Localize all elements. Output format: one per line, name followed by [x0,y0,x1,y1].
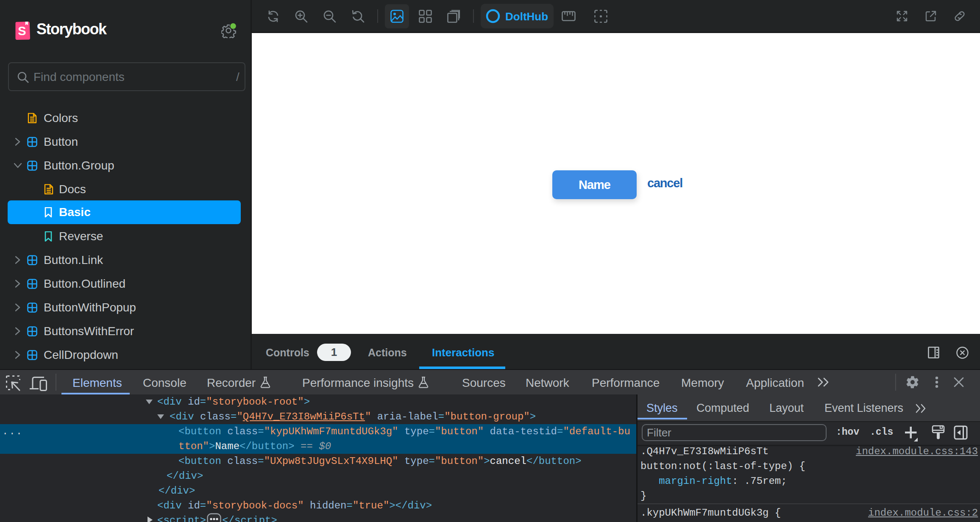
svg-text:S: S [18,24,26,38]
